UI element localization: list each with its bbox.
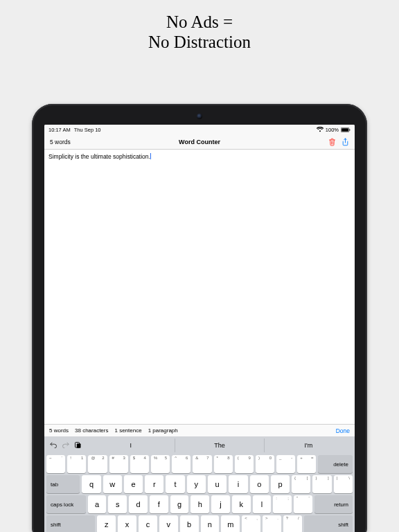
- nav-title: Word Counter: [98, 139, 301, 145]
- key-return[interactable]: return: [314, 495, 353, 513]
- key-h[interactable]: h: [190, 495, 209, 513]
- keyboard-row-1: ~`!1@2#3$4%5^6&7*8(9)0_-+=delete: [46, 455, 353, 473]
- stat-paragraphs: 1 paragraph: [148, 427, 178, 434]
- undo-button[interactable]: [49, 441, 57, 450]
- key-o[interactable]: o: [250, 475, 269, 493]
- key-m[interactable]: m: [221, 515, 240, 532]
- editor-text: Simplicity is the ultimate sophisticatio…: [48, 153, 150, 160]
- key-][interactable]: }]: [312, 475, 331, 493]
- key-9[interactable]: (9: [235, 455, 254, 473]
- key-[[interactable]: {[: [292, 475, 310, 493]
- key-shift-left[interactable]: shift: [46, 515, 95, 532]
- headline-line2: No Distraction: [0, 33, 399, 53]
- keyboard-row-4: shiftzxcvbnm<,>.?/shift: [46, 515, 353, 532]
- key-t[interactable]: t: [166, 475, 184, 493]
- stat-words: 5 words: [49, 427, 69, 434]
- key-2[interactable]: @2: [88, 455, 107, 473]
- key-shift-right[interactable]: shift: [304, 515, 353, 532]
- key-8[interactable]: *8: [214, 455, 233, 473]
- key-\[interactable]: |\: [334, 475, 353, 493]
- key-u[interactable]: u: [208, 475, 227, 493]
- status-time: 10:17 AM: [48, 127, 71, 133]
- headline-line1: No Ads =: [0, 12, 399, 33]
- svg-rect-2: [349, 129, 350, 131]
- svg-rect-1: [342, 128, 348, 132]
- key-l[interactable]: l: [253, 495, 272, 513]
- paste-button[interactable]: [74, 441, 82, 450]
- keyboard-row-3: caps lockasdfghjkl:;"'return: [46, 495, 353, 513]
- stat-chars: 38 characters: [75, 427, 108, 434]
- key-q[interactable]: q: [82, 475, 100, 493]
- wifi-icon: [317, 127, 323, 132]
- done-button[interactable]: Done: [336, 427, 350, 434]
- tablet-frame: 10:17 AM Thu Sep 10 100% 5 words Word Co…: [32, 104, 367, 532]
- stats-bar: 5 words 38 characters 1 sentence 1 parag…: [44, 424, 355, 436]
- svg-rect-4: [77, 443, 81, 448]
- key-r[interactable]: r: [145, 475, 163, 493]
- key-w[interactable]: w: [103, 475, 122, 493]
- editor-textarea[interactable]: Simplicity is the ultimate sophisticatio…: [44, 150, 355, 424]
- key-x[interactable]: x: [118, 515, 136, 532]
- text-cursor: [150, 153, 151, 159]
- key-p[interactable]: p: [271, 475, 290, 493]
- status-date: Thu Sep 10: [74, 127, 101, 133]
- key-b[interactable]: b: [180, 515, 199, 532]
- suggestion-1[interactable]: I: [87, 438, 175, 452]
- status-bar: 10:17 AM Thu Sep 10 100%: [44, 125, 355, 134]
- key-s[interactable]: s: [108, 495, 127, 513]
- key-n[interactable]: n: [201, 515, 220, 532]
- key-z[interactable]: z: [97, 515, 116, 532]
- key-tab[interactable]: tab: [46, 475, 80, 493]
- trash-button[interactable]: [328, 138, 336, 146]
- key-capslock[interactable]: caps lock: [46, 495, 86, 513]
- key-1[interactable]: !1: [67, 455, 86, 473]
- key-c[interactable]: c: [139, 515, 157, 532]
- keyboard: I The I'm ~`!1@2#3$4%5^6&7*8(9)0_-+=dele…: [44, 436, 355, 532]
- key-'[interactable]: "': [294, 495, 312, 513]
- redo-button[interactable]: [62, 441, 70, 450]
- suggestion-3[interactable]: I'm: [264, 438, 353, 452]
- key-k[interactable]: k: [232, 495, 251, 513]
- status-battery-pct: 100%: [326, 127, 339, 133]
- key-f[interactable]: f: [150, 495, 168, 513]
- key-/[interactable]: ?/: [283, 515, 302, 532]
- key-.[interactable]: >.: [263, 515, 281, 532]
- share-button[interactable]: [342, 138, 349, 146]
- key--[interactable]: _-: [276, 455, 295, 473]
- key-delete[interactable]: delete: [318, 455, 353, 473]
- key-5[interactable]: %5: [151, 455, 170, 473]
- suggestion-bar: I The I'm: [87, 438, 353, 452]
- camera-dot: [197, 114, 202, 119]
- key-6[interactable]: ^6: [172, 455, 190, 473]
- key-e[interactable]: e: [124, 475, 143, 493]
- key-`[interactable]: ~`: [46, 455, 65, 473]
- key-y[interactable]: y: [187, 475, 206, 493]
- key-7[interactable]: &7: [193, 455, 211, 473]
- key-=[interactable]: +=: [297, 455, 316, 473]
- nav-wordcount: 5 words: [50, 139, 98, 145]
- key-d[interactable]: d: [129, 495, 148, 513]
- key-a[interactable]: a: [88, 495, 107, 513]
- key-;[interactable]: :;: [273, 495, 292, 513]
- key-3[interactable]: #3: [109, 455, 128, 473]
- promo-headline: No Ads = No Distraction: [0, 0, 399, 53]
- key-v[interactable]: v: [159, 515, 178, 532]
- key-j[interactable]: j: [211, 495, 230, 513]
- nav-bar: 5 words Word Counter: [44, 134, 355, 150]
- key-g[interactable]: g: [170, 495, 189, 513]
- key-,[interactable]: <,: [242, 515, 260, 532]
- screen: 10:17 AM Thu Sep 10 100% 5 words Word Co…: [44, 125, 355, 532]
- key-i[interactable]: i: [229, 475, 247, 493]
- keyboard-top-bar: I The I'm: [46, 438, 353, 452]
- stat-sentences: 1 sentence: [114, 427, 141, 434]
- key-4[interactable]: $4: [130, 455, 149, 473]
- keyboard-row-2: tabqwertyuiop{[}]|\: [46, 475, 353, 493]
- battery-icon: [341, 127, 351, 132]
- suggestion-2[interactable]: The: [175, 438, 263, 452]
- key-0[interactable]: )0: [256, 455, 274, 473]
